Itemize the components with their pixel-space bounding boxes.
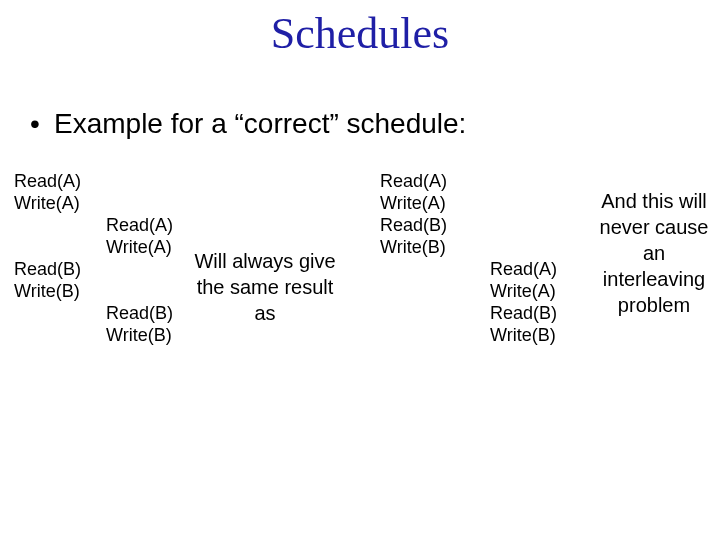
right-caption: And this will never cause an interleavin… xyxy=(590,188,718,318)
left-t2-op2: Write(A) xyxy=(106,236,172,258)
right-t1-op2: Write(A) xyxy=(380,192,446,214)
left-t2-op3: Read(B) xyxy=(106,302,173,324)
slide: Schedules •Example for a “correct” sched… xyxy=(0,0,720,540)
right-t2-op3: Read(B) xyxy=(490,302,557,324)
bullet-dot: • xyxy=(30,108,54,140)
right-t1-op3: Read(B) xyxy=(380,214,447,236)
bullet-line: •Example for a “correct” schedule: xyxy=(30,108,466,140)
bullet-text: Example for a “correct” schedule: xyxy=(54,108,466,139)
right-t2-op4: Write(B) xyxy=(490,324,556,346)
left-t2-op4: Write(B) xyxy=(106,324,172,346)
right-t1-op1: Read(A) xyxy=(380,170,447,192)
slide-title: Schedules xyxy=(0,8,720,59)
right-t2-op2: Write(A) xyxy=(490,280,556,302)
left-t1-op3: Read(B) xyxy=(14,258,81,280)
left-t2-op1: Read(A) xyxy=(106,214,173,236)
right-t1-op4: Write(B) xyxy=(380,236,446,258)
left-t1-op1: Read(A) xyxy=(14,170,81,192)
mid-caption: Will always give the same result as xyxy=(190,248,340,326)
left-t1-op2: Write(A) xyxy=(14,192,80,214)
right-t2-op1: Read(A) xyxy=(490,258,557,280)
left-t1-op4: Write(B) xyxy=(14,280,80,302)
